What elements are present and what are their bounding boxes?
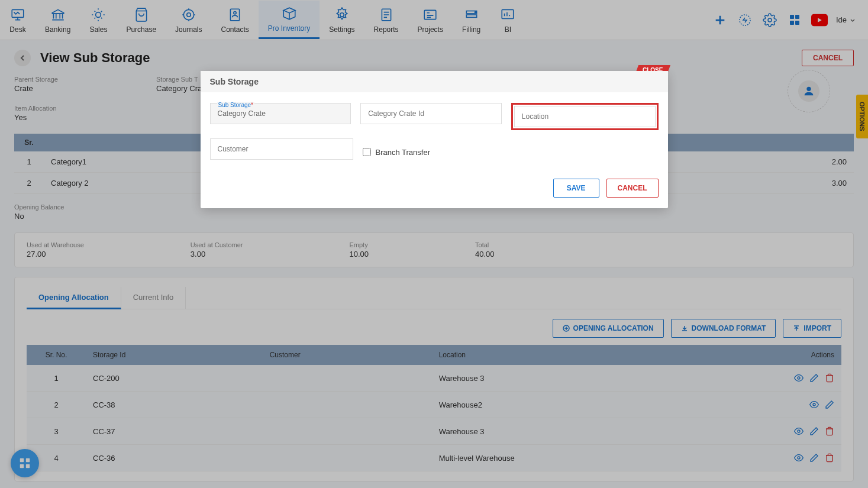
sub-storage-modal: CLOSE Sub Storage Sub Storage* Branch Tr… — [201, 71, 668, 208]
branch-transfer-label: Branch Transfer — [376, 148, 431, 157]
location-field — [511, 103, 659, 130]
modal-row-1: Sub Storage* — [210, 103, 659, 130]
customer-field — [210, 138, 353, 160]
modal-save-button[interactable]: SAVE — [553, 179, 599, 198]
modal-body: Sub Storage* Branch Transfer — [201, 92, 668, 179]
sub-storage-label: Sub Storage* — [217, 102, 255, 108]
modal-header: Sub Storage — [201, 71, 668, 92]
modal-cancel-button[interactable]: CANCEL — [606, 179, 659, 198]
customer-input[interactable] — [210, 138, 353, 160]
branch-transfer-checkbox[interactable] — [363, 148, 371, 156]
modal-footer: SAVE CANCEL — [201, 179, 668, 208]
sub-storage-field: Sub Storage* — [210, 103, 351, 130]
crate-id-field — [360, 103, 502, 130]
branch-transfer-field: Branch Transfer — [363, 138, 506, 160]
modal-row-2: Branch Transfer — [210, 138, 659, 160]
location-input[interactable] — [514, 106, 656, 127]
crate-id-input[interactable] — [360, 103, 502, 124]
spacer — [515, 138, 659, 160]
